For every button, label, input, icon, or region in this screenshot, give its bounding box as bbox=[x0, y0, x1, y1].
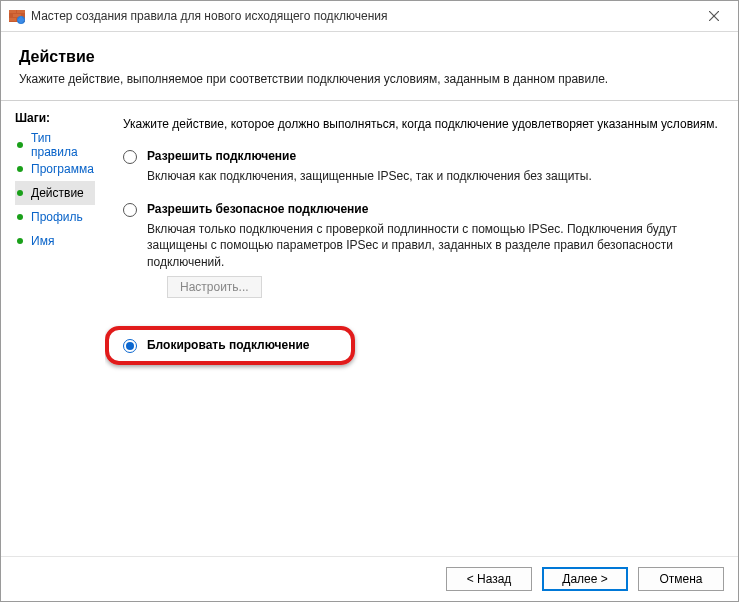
radio-allow[interactable] bbox=[123, 150, 137, 164]
back-button[interactable]: < Назад bbox=[446, 567, 532, 591]
titlebar: Мастер создания правила для нового исход… bbox=[1, 1, 738, 32]
wizard-sidebar: Шаги: Тип правила Программа Действие Про… bbox=[1, 101, 105, 556]
step-rule-type[interactable]: Тип правила bbox=[15, 133, 95, 157]
page-title: Действие bbox=[19, 48, 720, 66]
option-allow-secure-row[interactable]: Разрешить безопасное подключение bbox=[123, 202, 718, 217]
close-button[interactable] bbox=[694, 2, 734, 30]
page-subtitle: Укажите действие, выполняемое при соотве… bbox=[19, 72, 720, 86]
step-label: Профиль bbox=[31, 210, 83, 224]
firewall-icon bbox=[9, 8, 25, 24]
wizard-window: Мастер создания правила для нового исход… bbox=[0, 0, 739, 602]
page-header: Действие Укажите действие, выполняемое п… bbox=[1, 32, 738, 101]
steps-label: Шаги: bbox=[15, 111, 105, 125]
body: Шаги: Тип правила Программа Действие Про… bbox=[1, 101, 738, 556]
option-allow-title: Разрешить подключение bbox=[147, 149, 296, 163]
intro-text: Укажите действие, которое должно выполня… bbox=[123, 117, 718, 131]
content-panel: Укажите действие, которое должно выполня… bbox=[105, 101, 738, 556]
svg-rect-1 bbox=[9, 10, 16, 13]
option-allow-secure-title: Разрешить безопасное подключение bbox=[147, 202, 368, 216]
step-profile[interactable]: Профиль bbox=[15, 205, 95, 229]
step-bullet-icon bbox=[17, 238, 23, 244]
step-action[interactable]: Действие bbox=[15, 181, 95, 205]
step-bullet-icon bbox=[17, 166, 23, 172]
option-block-title: Блокировать подключение bbox=[147, 338, 310, 352]
footer-buttons: < Назад Далее > Отмена bbox=[1, 556, 738, 601]
radio-allow-secure[interactable] bbox=[123, 203, 137, 217]
option-block-row[interactable]: Блокировать подключение bbox=[123, 338, 337, 353]
highlight-annotation: Блокировать подключение bbox=[105, 326, 355, 365]
step-label: Программа bbox=[31, 162, 94, 176]
option-allow-desc: Включая как подключения, защищенные IPSe… bbox=[147, 168, 718, 184]
step-bullet-icon bbox=[17, 190, 23, 196]
next-button[interactable]: Далее > bbox=[542, 567, 628, 591]
svg-rect-2 bbox=[17, 10, 25, 13]
step-name[interactable]: Имя bbox=[15, 229, 95, 253]
step-program[interactable]: Программа bbox=[15, 157, 95, 181]
radio-block[interactable] bbox=[123, 339, 137, 353]
step-label: Тип правила bbox=[31, 131, 95, 159]
option-allow-secure: Разрешить безопасное подключение Включая… bbox=[123, 202, 718, 308]
option-allow-secure-desc: Включая только подключения с проверкой п… bbox=[147, 221, 718, 270]
window-title: Мастер создания правила для нового исход… bbox=[31, 9, 694, 23]
step-label: Действие bbox=[31, 186, 84, 200]
cancel-button[interactable]: Отмена bbox=[638, 567, 724, 591]
configure-button: Настроить... bbox=[167, 276, 262, 298]
option-block-highlight: Блокировать подключение bbox=[105, 326, 355, 365]
step-label: Имя bbox=[31, 234, 54, 248]
option-allow: Разрешить подключение Включая как подклю… bbox=[123, 149, 718, 184]
step-bullet-icon bbox=[17, 142, 23, 148]
option-allow-row[interactable]: Разрешить подключение bbox=[123, 149, 718, 164]
svg-rect-4 bbox=[9, 18, 16, 21]
step-bullet-icon bbox=[17, 214, 23, 220]
